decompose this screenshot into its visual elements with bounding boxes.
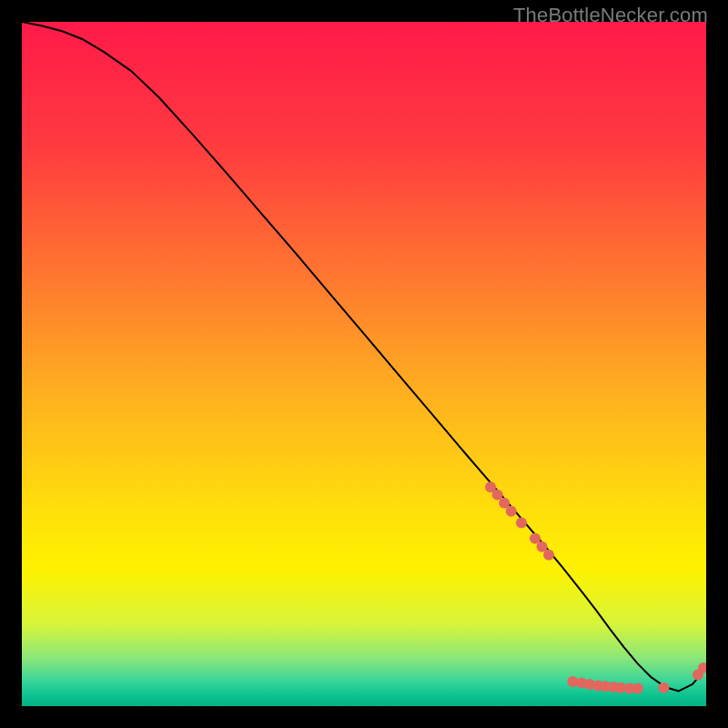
data-marker [506,506,517,517]
data-marker [516,517,527,528]
data-marker [543,550,554,561]
data-marker [658,682,669,693]
chart-svg [22,22,706,706]
gradient-background [22,22,706,706]
data-marker [632,682,643,693]
chart-container: TheBottleNecker.com [0,0,728,728]
plot-area [22,22,706,706]
